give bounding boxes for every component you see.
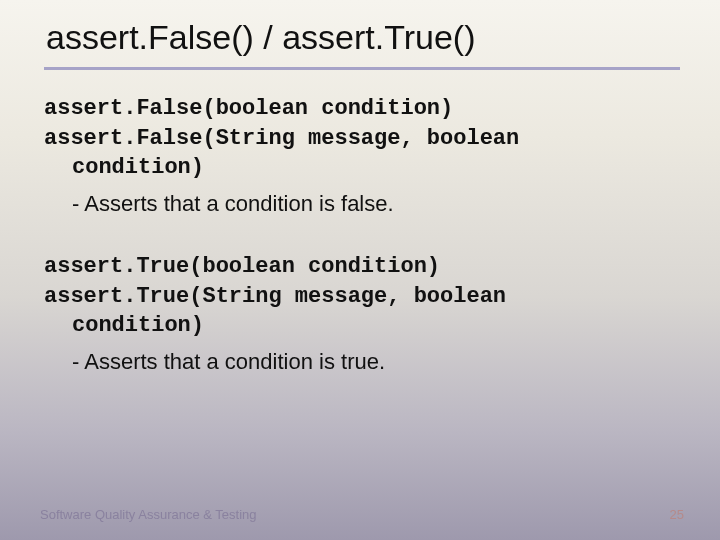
slide: assert.False() / assert.True() assert.Fa… <box>0 0 720 540</box>
page-number: 25 <box>670 507 684 522</box>
signature-line: assert.True(String message, boolean cond… <box>44 282 680 341</box>
slide-title: assert.False() / assert.True() <box>44 12 680 70</box>
signature-continuation: condition) <box>44 153 680 183</box>
signature-continuation: condition) <box>44 311 680 341</box>
section-assert-true: assert.True(boolean condition) assert.Tr… <box>44 252 680 378</box>
description: - Asserts that a condition is false. <box>44 189 680 220</box>
signature-line: assert.True(boolean condition) <box>44 252 680 282</box>
description: - Asserts that a condition is true. <box>44 347 680 378</box>
signature-text: assert.False(String message, boolean <box>44 126 519 151</box>
signature-line: assert.False(boolean condition) <box>44 94 680 124</box>
signature-line: assert.False(String message, boolean con… <box>44 124 680 183</box>
section-assert-false: assert.False(boolean condition) assert.F… <box>44 94 680 220</box>
signature-text: assert.True(String message, boolean <box>44 284 506 309</box>
footer-text: Software Quality Assurance & Testing <box>40 507 257 522</box>
